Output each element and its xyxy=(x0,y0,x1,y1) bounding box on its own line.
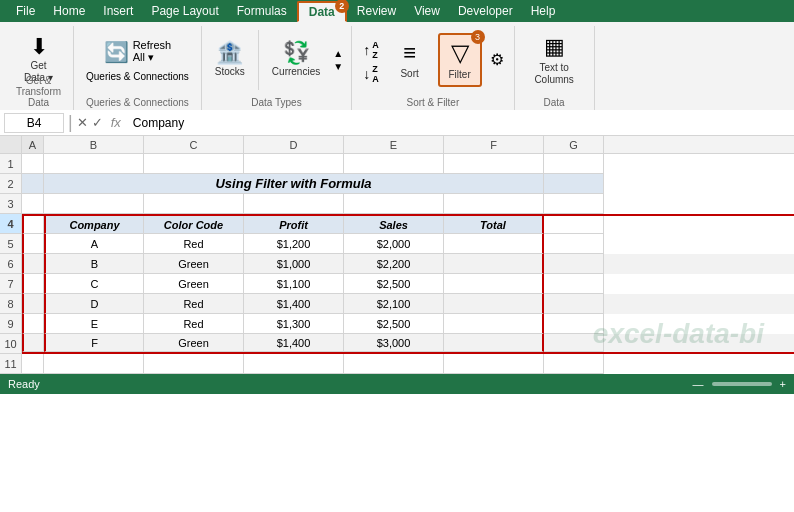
col-header-e[interactable]: E xyxy=(344,136,444,153)
row-10[interactable]: 10 xyxy=(0,334,22,354)
cell-b2-merged[interactable]: Using Filter with Formula xyxy=(44,174,544,194)
cell-f7[interactable] xyxy=(444,274,544,294)
cell-d4[interactable]: Profit xyxy=(244,216,344,234)
cell-c5[interactable]: Red xyxy=(144,234,244,254)
cell-c11[interactable] xyxy=(144,354,244,374)
cell-a10[interactable] xyxy=(22,334,44,352)
cell-b5[interactable]: A xyxy=(44,234,144,254)
cell-d1[interactable] xyxy=(244,154,344,174)
menu-insert[interactable]: Insert xyxy=(95,2,141,20)
col-header-c[interactable]: C xyxy=(144,136,244,153)
cell-g7[interactable] xyxy=(544,274,604,294)
cell-e4[interactable]: Sales xyxy=(344,216,444,234)
cell-c9[interactable]: Red xyxy=(144,314,244,334)
row-9[interactable]: 9 xyxy=(0,314,22,334)
cell-b4[interactable]: Company xyxy=(44,216,144,234)
row-6[interactable]: 6 xyxy=(0,254,22,274)
cell-c4[interactable]: Color Code xyxy=(144,216,244,234)
refresh-all-button[interactable]: 🔄 Refresh All ▾ xyxy=(99,36,177,67)
row-1[interactable]: 1 xyxy=(0,154,22,174)
row-3[interactable]: 3 xyxy=(0,194,22,214)
cell-a2[interactable] xyxy=(22,174,44,194)
cell-g10[interactable] xyxy=(544,334,604,352)
menu-review[interactable]: Review xyxy=(349,2,404,20)
col-header-f[interactable]: F xyxy=(444,136,544,153)
cell-a7[interactable] xyxy=(22,274,44,294)
cell-a5[interactable] xyxy=(22,234,44,254)
cell-b7[interactable]: C xyxy=(44,274,144,294)
cell-e7[interactable]: $2,500 xyxy=(344,274,444,294)
cell-f4[interactable]: Total xyxy=(444,216,544,234)
col-header-d[interactable]: D xyxy=(244,136,344,153)
menu-formulas[interactable]: Formulas xyxy=(229,2,295,20)
row-2[interactable]: 2 xyxy=(0,174,22,194)
cell-b8[interactable]: D xyxy=(44,294,144,314)
cell-f3[interactable] xyxy=(444,194,544,214)
cell-b3[interactable] xyxy=(44,194,144,214)
confirm-formula-icon[interactable]: ✓ xyxy=(92,115,103,130)
cell-g1[interactable] xyxy=(544,154,604,174)
status-zoom-in[interactable]: + xyxy=(780,378,786,390)
menu-help[interactable]: Help xyxy=(523,2,564,20)
cell-a3[interactable] xyxy=(22,194,44,214)
text-to-columns-button[interactable]: ▦ Text toColumns xyxy=(524,31,584,89)
cell-g8[interactable] xyxy=(544,294,604,314)
cell-c7[interactable]: Green xyxy=(144,274,244,294)
sort-button[interactable]: ≡ Sort xyxy=(388,37,432,83)
cell-f6[interactable] xyxy=(444,254,544,274)
cell-a8[interactable] xyxy=(22,294,44,314)
cell-g3[interactable] xyxy=(544,194,604,214)
cell-b6[interactable]: B xyxy=(44,254,144,274)
status-zoom-out[interactable]: — xyxy=(693,378,704,390)
row-8[interactable]: 8 xyxy=(0,294,22,314)
menu-data[interactable]: Data 2 xyxy=(297,1,347,22)
row-11[interactable]: 11 xyxy=(0,354,22,374)
cell-e8[interactable]: $2,100 xyxy=(344,294,444,314)
cell-g9[interactable] xyxy=(544,314,604,334)
cell-b11[interactable] xyxy=(44,354,144,374)
currencies-button[interactable]: 💱 Currencies xyxy=(267,39,325,81)
sort-za-button[interactable]: ↓ ZA xyxy=(360,63,382,85)
cell-c8[interactable]: Red xyxy=(144,294,244,314)
cell-g5[interactable] xyxy=(544,234,604,254)
cell-f10[interactable] xyxy=(444,334,544,352)
col-header-b[interactable]: B xyxy=(44,136,144,153)
formula-input[interactable] xyxy=(129,116,790,130)
menu-file[interactable]: File xyxy=(8,2,43,20)
cell-c1[interactable] xyxy=(144,154,244,174)
sort-az-button[interactable]: ↑ AZ xyxy=(360,39,382,61)
cell-e6[interactable]: $2,200 xyxy=(344,254,444,274)
cell-c6[interactable]: Green xyxy=(144,254,244,274)
cell-f11[interactable] xyxy=(444,354,544,374)
cell-g4[interactable] xyxy=(544,216,604,234)
clear-filter-button[interactable]: ⚙ xyxy=(488,48,506,72)
cell-d5[interactable]: $1,200 xyxy=(244,234,344,254)
stocks-button[interactable]: 🏦 Stocks xyxy=(210,39,250,81)
cell-d6[interactable]: $1,000 xyxy=(244,254,344,274)
filter-button[interactable]: ▽ Filter 3 xyxy=(438,33,482,87)
cell-f8[interactable] xyxy=(444,294,544,314)
cell-b9[interactable]: E xyxy=(44,314,144,334)
cell-e9[interactable]: $2,500 xyxy=(344,314,444,334)
menu-developer[interactable]: Developer xyxy=(450,2,521,20)
cell-reference[interactable] xyxy=(4,113,64,133)
cell-a6[interactable] xyxy=(22,254,44,274)
cancel-formula-icon[interactable]: ✕ xyxy=(77,115,88,130)
cell-d11[interactable] xyxy=(244,354,344,374)
cell-b10[interactable]: F xyxy=(44,334,144,352)
cell-f5[interactable] xyxy=(444,234,544,254)
cell-c3[interactable] xyxy=(144,194,244,214)
cell-f1[interactable] xyxy=(444,154,544,174)
cell-c10[interactable]: Green xyxy=(144,334,244,352)
menu-page-layout[interactable]: Page Layout xyxy=(143,2,226,20)
col-header-g[interactable]: G xyxy=(544,136,604,153)
cell-e3[interactable] xyxy=(344,194,444,214)
cell-b1[interactable] xyxy=(44,154,144,174)
cell-g2[interactable] xyxy=(544,174,604,194)
cell-d7[interactable]: $1,100 xyxy=(244,274,344,294)
queries-connections-button[interactable]: Queries & Connections xyxy=(82,69,193,84)
cell-a9[interactable] xyxy=(22,314,44,334)
cell-e11[interactable] xyxy=(344,354,444,374)
cell-d9[interactable]: $1,300 xyxy=(244,314,344,334)
cell-d10[interactable]: $1,400 xyxy=(244,334,344,352)
